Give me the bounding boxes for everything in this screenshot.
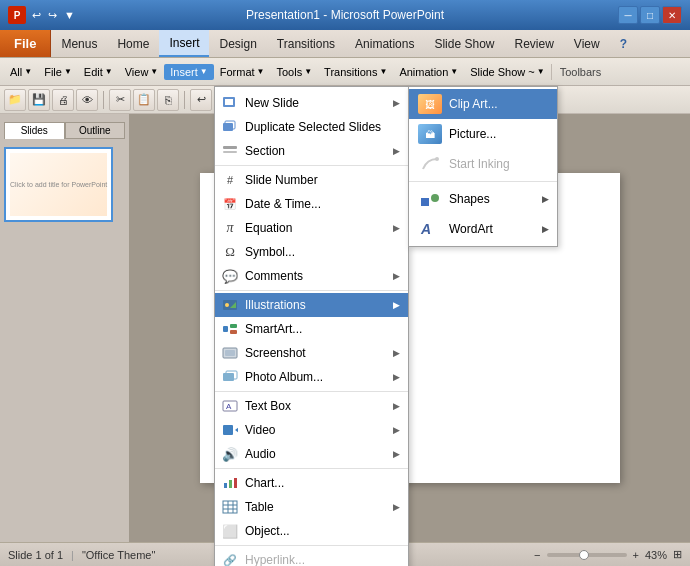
slide-thumbnail[interactable]: Click to add title for PowerPoint: [4, 147, 113, 222]
toolbar-icon-3[interactable]: 🖨: [52, 89, 74, 111]
svg-rect-10: [230, 324, 237, 328]
toolbar-icon-8[interactable]: ↩: [190, 89, 212, 111]
text-box-icon: A: [219, 397, 241, 415]
all-dropdown[interactable]: All ▼: [4, 64, 38, 80]
minimize-button[interactable]: ─: [618, 6, 638, 24]
menu-section-6: 🔗 Hyperlink... Header & Footer...: [215, 546, 408, 566]
section-item[interactable]: Section ▶: [215, 139, 408, 163]
photo-album-item[interactable]: Photo Album... ▶: [215, 365, 408, 389]
table-item[interactable]: Table ▶: [215, 495, 408, 519]
svg-point-33: [431, 194, 439, 202]
file-dropdown[interactable]: File ▼: [38, 64, 78, 80]
zoom-slider[interactable]: [547, 553, 627, 557]
zoom-icon-plus[interactable]: +: [633, 549, 639, 561]
toolbar-icon-2[interactable]: 💾: [28, 89, 50, 111]
illustrations-label: Illustrations: [245, 298, 393, 312]
video-arrow: ▶: [393, 425, 400, 435]
ribbon-row-1: All ▼ File ▼ Edit ▼ View ▼ Insert ▼ Form…: [0, 58, 690, 86]
symbol-label: Symbol...: [245, 245, 400, 259]
comments-item[interactable]: 💬 Comments ▶: [215, 264, 408, 288]
svg-text:A: A: [420, 221, 431, 237]
svg-rect-5: [223, 151, 237, 153]
close-button[interactable]: ✕: [662, 6, 682, 24]
toolbar-icon-7[interactable]: ⎘: [157, 89, 179, 111]
comments-arrow: ▶: [393, 271, 400, 281]
audio-arrow: ▶: [393, 449, 400, 459]
table-icon: [219, 498, 241, 516]
review-menu[interactable]: Review: [505, 30, 564, 57]
wordart-item[interactable]: A WordArt ▶: [409, 214, 557, 244]
illustrations-item[interactable]: Illustrations ▶: [215, 293, 408, 317]
tools-dropdown[interactable]: Tools ▼: [270, 64, 318, 80]
screenshot-icon: [219, 344, 241, 362]
clip-art-item[interactable]: 🖼 Clip Art...: [409, 89, 557, 119]
slide-number-label: Slide Number: [245, 173, 400, 187]
toolbars-label: Toolbars: [551, 64, 610, 80]
outline-tab[interactable]: Outline: [65, 122, 126, 139]
zoom-thumb[interactable]: [579, 550, 589, 560]
title-bar-left: P ↩ ↪ ▼: [8, 6, 77, 24]
chart-item[interactable]: Chart...: [215, 471, 408, 495]
screenshot-item[interactable]: Screenshot ▶: [215, 341, 408, 365]
insert-menu-tab[interactable]: Insert: [159, 30, 209, 57]
toolbar-icon-1[interactable]: 📁: [4, 89, 26, 111]
quick-access-dropdown[interactable]: ▼: [62, 9, 77, 21]
view-dropdown[interactable]: View ▼: [119, 64, 165, 80]
zoom-level: 43%: [645, 549, 667, 561]
maximize-button[interactable]: □: [640, 6, 660, 24]
slide-number-item[interactable]: # Slide Number: [215, 168, 408, 192]
file-menu-button[interactable]: File: [0, 30, 51, 57]
svg-rect-1: [225, 99, 233, 105]
home-menu[interactable]: Home: [107, 30, 159, 57]
svg-rect-21: [229, 480, 232, 488]
date-time-item[interactable]: 📅 Date & Time...: [215, 192, 408, 216]
insert-dropdown-menu: New Slide ▶ Duplicate Selected Slides Se…: [214, 86, 409, 566]
illustrations-icon: [219, 296, 241, 314]
new-slide-item[interactable]: New Slide ▶: [215, 91, 408, 115]
insert-dropdown[interactable]: Insert ▼: [164, 64, 213, 80]
zoom-icon-minus[interactable]: −: [534, 549, 540, 561]
video-item[interactable]: Video ▶: [215, 418, 408, 442]
symbol-item[interactable]: Ω Symbol...: [215, 240, 408, 264]
help-menu[interactable]: ?: [610, 30, 637, 57]
toolbar-icon-6[interactable]: 📋: [133, 89, 155, 111]
design-menu[interactable]: Design: [209, 30, 266, 57]
equation-item[interactable]: π Equation ▶: [215, 216, 408, 240]
undo-button[interactable]: ↩: [30, 9, 43, 22]
text-box-item[interactable]: A Text Box ▶: [215, 394, 408, 418]
smartart-item[interactable]: SmartArt...: [215, 317, 408, 341]
toolbar-icon-5[interactable]: ✂: [109, 89, 131, 111]
svg-point-7: [225, 303, 229, 307]
comments-label: Comments: [245, 269, 393, 283]
menu-bar: File Menus Home Insert Design Transition…: [0, 30, 690, 58]
picture-icon: 🏔: [417, 123, 443, 145]
status-right: − + 43% ⊞: [534, 548, 682, 561]
svg-text:A: A: [226, 402, 232, 411]
slide-tabs: Slides Outline: [4, 122, 125, 139]
duplicate-slides-label: Duplicate Selected Slides: [245, 120, 400, 134]
redo-button[interactable]: ↪: [46, 9, 59, 22]
photo-album-icon: [219, 368, 241, 386]
duplicate-slides-item[interactable]: Duplicate Selected Slides: [215, 115, 408, 139]
toolbar-icon-4[interactable]: 👁: [76, 89, 98, 111]
text-box-arrow: ▶: [393, 401, 400, 411]
picture-item[interactable]: 🏔 Picture...: [409, 119, 557, 149]
slideshow-dropdown[interactable]: Slide Show ~ ▼: [464, 64, 550, 80]
transitions-dropdown[interactable]: Transitions ▼: [318, 64, 393, 80]
slides-tab[interactable]: Slides: [4, 122, 65, 139]
transitions-menu[interactable]: Transitions: [267, 30, 345, 57]
shapes-item[interactable]: Shapes ▶: [409, 184, 557, 214]
section-label: Section: [245, 144, 393, 158]
fit-window-icon[interactable]: ⊞: [673, 548, 682, 561]
object-item[interactable]: ⬜ Object...: [215, 519, 408, 543]
menus-menu[interactable]: Menus: [51, 30, 107, 57]
audio-item[interactable]: 🔊 Audio ▶: [215, 442, 408, 466]
edit-dropdown[interactable]: Edit ▼: [78, 64, 119, 80]
equation-label: Equation: [245, 221, 393, 235]
animation-dropdown[interactable]: Animation ▼: [393, 64, 464, 80]
format-dropdown[interactable]: Format ▼: [214, 64, 271, 80]
slideshow-menu[interactable]: Slide Show: [424, 30, 504, 57]
view-menu[interactable]: View: [564, 30, 610, 57]
chart-icon: [219, 474, 241, 492]
animations-menu[interactable]: Animations: [345, 30, 424, 57]
